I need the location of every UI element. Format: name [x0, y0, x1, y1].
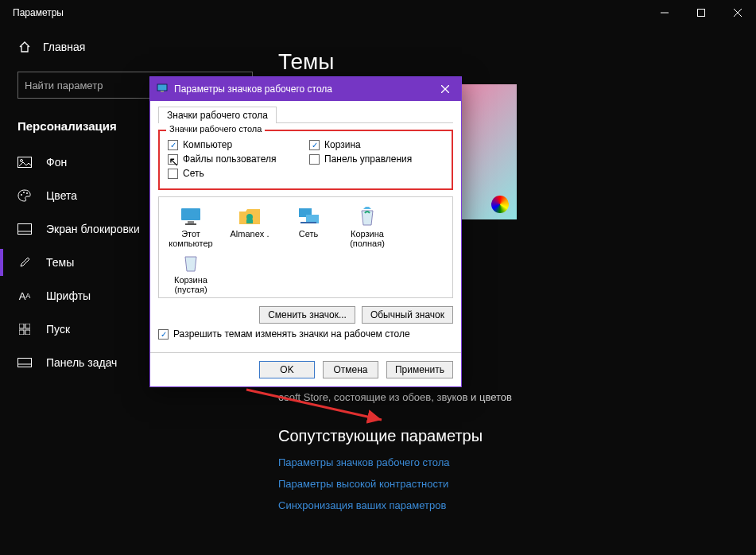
dialog-title: Параметры значков рабочего стола [174, 83, 423, 95]
link-sync-settings[interactable]: Синхронизация ваших параметров [278, 495, 732, 516]
page-heading: Темы [278, 49, 732, 75]
related-heading: Сопутствующие параметры [278, 427, 732, 445]
checkbox-recyclebin[interactable]: ✓Корзина [309, 139, 428, 150]
svg-rect-25 [185, 223, 196, 225]
lockscreen-icon [17, 222, 32, 236]
svg-rect-15 [19, 330, 24, 335]
icon-item-network[interactable]: Сеть [283, 205, 334, 248]
checkbox-userfiles[interactable]: Файлы пользователя [168, 153, 287, 165]
icon-label: Сеть [299, 229, 318, 239]
cancel-button[interactable]: Отмена [323, 361, 378, 378]
start-icon [17, 322, 32, 336]
default-icon-button[interactable]: Обычный значок [362, 306, 453, 324]
minimize-button[interactable] [646, 0, 683, 25]
window-title: Параметры [13, 7, 646, 18]
font-icon: AA [17, 289, 32, 303]
icon-item-user[interactable]: Almanex . [224, 205, 275, 248]
color-wheel-icon [491, 196, 509, 213]
allow-themes-checkbox[interactable]: ✓ Разрешить темам изменять значки на раб… [158, 328, 453, 340]
recyclebin-full-icon [354, 205, 381, 227]
checkbox-controlpanel[interactable]: Панель управления [309, 153, 428, 165]
icon-item-thispc[interactable]: Этот компьютер [165, 205, 216, 248]
svg-rect-24 [188, 221, 194, 223]
icon-label: Корзина (полная) [350, 229, 385, 248]
section-desc: osoft Store, состоящие из обоев, звуков … [278, 391, 732, 403]
checkbox-label: Разрешить темам изменять значки на рабоч… [173, 328, 410, 340]
svg-point-10 [26, 192, 28, 194]
icons-groupbox: Значки рабочего стола ✓Компьютер ✓Корзин… [158, 130, 453, 190]
picture-icon [17, 155, 32, 169]
sidebar-item-label: Шрифты [46, 289, 91, 302]
svg-rect-13 [19, 324, 24, 328]
group-legend: Значки рабочего стола [166, 124, 265, 134]
brush-icon [17, 255, 32, 270]
svg-point-27 [246, 214, 253, 220]
recyclebin-empty-icon [177, 251, 204, 274]
checkbox-label: Компьютер [183, 139, 232, 150]
dialog-tabstrip: Значки рабочего стола [158, 106, 453, 123]
home-icon [17, 40, 32, 54]
icon-preview-list[interactable]: Этот компьютер Almanex . Сеть Корзина (п… [158, 196, 453, 298]
svg-point-8 [21, 194, 22, 196]
dialog-icon [157, 83, 168, 95]
checkbox-label: Файлы пользователя [183, 153, 276, 165]
monitor-icon [177, 205, 204, 227]
svg-rect-28 [246, 219, 253, 223]
taskbar-icon [17, 355, 32, 370]
svg-rect-12 [18, 231, 32, 235]
sidebar-item-label: Темы [46, 256, 74, 269]
link-high-contrast[interactable]: Параметры высокой контрастности [278, 473, 732, 495]
user-folder-icon [236, 205, 263, 227]
checkbox-network[interactable]: Сеть [168, 168, 287, 179]
icon-item-recyclebin-empty[interactable]: Корзина (пустая) [165, 251, 216, 294]
svg-rect-19 [157, 84, 167, 91]
ok-button[interactable]: OK [259, 361, 315, 378]
dialog-titlebar[interactable]: Параметры значков рабочего стола [150, 77, 461, 101]
checkbox-label: Корзина [324, 139, 361, 150]
checkbox-computer[interactable]: ✓Компьютер [168, 139, 287, 150]
palette-icon [17, 188, 32, 203]
icon-item-recyclebin-full[interactable]: Корзина (полная) [342, 205, 393, 248]
apply-button[interactable]: Применить [386, 361, 453, 378]
svg-rect-14 [25, 324, 30, 328]
network-icon [295, 205, 322, 227]
svg-point-7 [21, 160, 23, 162]
home-link[interactable]: Главная [0, 33, 270, 60]
maximize-button[interactable] [683, 0, 719, 25]
link-desktop-icons[interactable]: Параметры значков рабочего стола [278, 452, 732, 473]
sidebar-item-label: Пуск [46, 323, 70, 336]
sidebar-item-label: Фон [46, 156, 67, 169]
svg-rect-16 [25, 330, 30, 335]
change-icon-button[interactable]: Сменить значок... [259, 306, 355, 324]
sidebar-item-label: Экран блокировки [46, 223, 140, 235]
tab-desktop-icons[interactable]: Значки рабочего стола [158, 107, 277, 123]
svg-rect-1 [698, 10, 705, 17]
close-button[interactable] [719, 0, 756, 25]
icon-label: Корзина (пустая) [174, 275, 207, 294]
checkbox-label: Сеть [183, 168, 204, 179]
icon-label: Этот компьютер [169, 229, 212, 248]
checkbox-label: Панель управления [324, 153, 412, 165]
sidebar-item-label: Панель задач [46, 356, 117, 369]
titlebar: Параметры [0, 0, 756, 25]
svg-rect-17 [18, 359, 32, 367]
home-label: Главная [43, 41, 85, 53]
desktop-icons-dialog: Параметры значков рабочего стола Значки … [149, 76, 462, 387]
svg-rect-20 [161, 91, 164, 92]
svg-rect-23 [181, 208, 200, 220]
icon-label: Almanex . [231, 229, 269, 239]
svg-point-9 [23, 192, 25, 193]
sidebar-item-label: Цвета [46, 189, 77, 202]
dialog-close-button[interactable] [429, 77, 461, 101]
svg-rect-11 [18, 224, 32, 235]
